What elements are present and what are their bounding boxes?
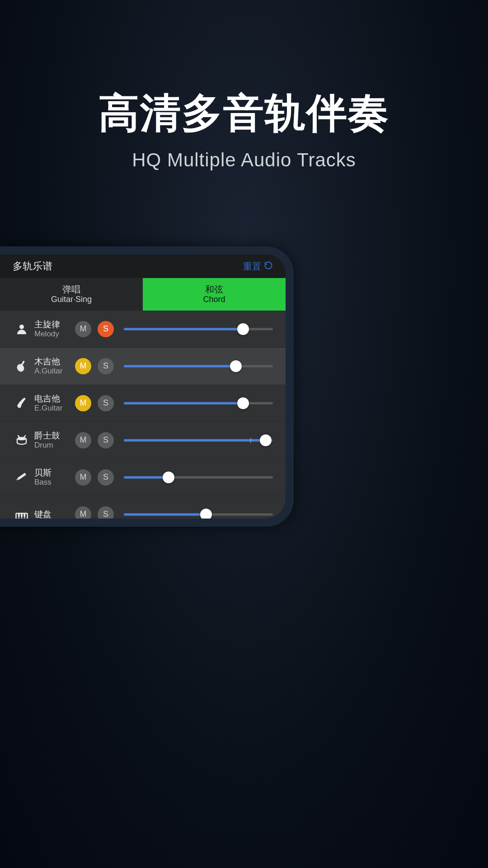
track-row[interactable]: 电吉他 E.Guitar M S <box>0 385 286 422</box>
mute-button[interactable]: M <box>75 395 91 411</box>
track-labels: 电吉他 E.Guitar <box>34 394 75 412</box>
track-list: 主旋律 Melody M S 木吉他 A.Guitar M S 电吉他 E.Gu… <box>0 311 286 519</box>
svg-point-1 <box>16 363 26 373</box>
tab-chord[interactable]: 和弦 Chord <box>143 278 286 311</box>
track-name-zh: 主旋律 <box>34 320 75 330</box>
track-row[interactable]: 键盘 M S <box>0 496 286 519</box>
slider-thumb[interactable] <box>260 434 272 446</box>
track-name-zh: 电吉他 <box>34 394 75 404</box>
track-row[interactable]: 主旋律 Melody M S <box>0 311 286 348</box>
track-name-en: A.Guitar <box>34 367 75 376</box>
person-icon <box>14 321 30 337</box>
svg-rect-11 <box>21 513 23 517</box>
slider-thumb[interactable] <box>230 360 242 372</box>
mute-button[interactable]: M <box>75 469 91 486</box>
track-row[interactable]: 爵士鼓 Drum M S <box>0 422 286 459</box>
mute-button[interactable]: M <box>75 432 91 448</box>
track-labels: 主旋律 Melody <box>34 320 75 338</box>
track-name-zh: 键盘 <box>34 509 75 519</box>
slider-thumb[interactable] <box>237 397 249 409</box>
piano-icon <box>14 506 30 519</box>
solo-button[interactable]: S <box>98 321 114 337</box>
volume-slider[interactable] <box>124 505 273 519</box>
headline: 高清多音轨伴奏 <box>0 86 488 141</box>
track-name-zh: 木吉他 <box>34 357 75 367</box>
tabs: 弹唱 Guitar·Sing 和弦 Chord <box>0 278 286 311</box>
track-name-en: Drum <box>34 441 75 450</box>
volume-slider[interactable] <box>124 320 273 338</box>
volume-slider[interactable] <box>124 431 273 449</box>
track-row[interactable]: 贝斯 Bass M S <box>0 459 286 496</box>
track-name-zh: 爵士鼓 <box>34 431 75 441</box>
svg-point-0 <box>19 325 24 329</box>
track-name-en: Melody <box>34 330 75 339</box>
track-labels: 键盘 <box>34 509 75 519</box>
solo-button[interactable]: S <box>98 469 114 486</box>
volume-slider[interactable] <box>124 357 273 375</box>
screen-title: 多轨乐谱 <box>13 259 52 273</box>
undo-icon <box>264 261 273 272</box>
reset-button[interactable]: 重置 <box>243 260 273 273</box>
subheadline: HQ Multiple Audio Tracks <box>0 149 488 171</box>
solo-button[interactable]: S <box>98 432 114 448</box>
mute-button[interactable]: M <box>75 358 91 374</box>
slider-thumb[interactable] <box>163 472 174 483</box>
title-bar: 多轨乐谱 重置 <box>0 255 286 278</box>
track-labels: 木吉他 A.Guitar <box>34 357 75 375</box>
volume-slider[interactable] <box>124 394 273 412</box>
tab-label-zh: 弹唱 <box>62 284 80 294</box>
eguitar-icon <box>14 395 30 411</box>
track-labels: 爵士鼓 Drum <box>34 431 75 449</box>
track-labels: 贝斯 Bass <box>34 468 75 486</box>
tab-label-zh: 和弦 <box>205 284 223 294</box>
slider-thumb[interactable] <box>200 509 212 519</box>
phone-frame: 多轨乐谱 重置 弹唱 Guitar·Sing 和弦 Chord <box>0 246 294 527</box>
tab-label-en: Guitar·Sing <box>51 295 92 304</box>
reset-label: 重置 <box>243 260 261 273</box>
tab-guitar-sing[interactable]: 弹唱 Guitar·Sing <box>0 278 143 311</box>
solo-button[interactable]: S <box>98 506 114 519</box>
svg-rect-12 <box>23 513 25 517</box>
track-row[interactable]: 木吉他 A.Guitar M S <box>0 348 286 385</box>
bass-icon <box>14 469 30 486</box>
track-name-en: E.Guitar <box>34 404 75 413</box>
drum-icon <box>14 432 30 448</box>
mute-button[interactable]: M <box>75 506 91 519</box>
track-name-en: Bass <box>34 478 75 487</box>
slider-thumb[interactable] <box>237 323 249 335</box>
solo-button[interactable]: S <box>98 395 114 411</box>
svg-point-3 <box>17 437 26 440</box>
mute-button[interactable]: M <box>75 321 91 337</box>
phone-screen: 多轨乐谱 重置 弹唱 Guitar·Sing 和弦 Chord <box>0 255 286 519</box>
solo-button[interactable]: S <box>98 358 114 374</box>
tab-label-en: Chord <box>203 295 225 304</box>
track-name-zh: 贝斯 <box>34 468 75 478</box>
aguitar-icon <box>14 358 30 374</box>
svg-rect-10 <box>18 513 20 517</box>
volume-slider[interactable] <box>124 468 273 486</box>
